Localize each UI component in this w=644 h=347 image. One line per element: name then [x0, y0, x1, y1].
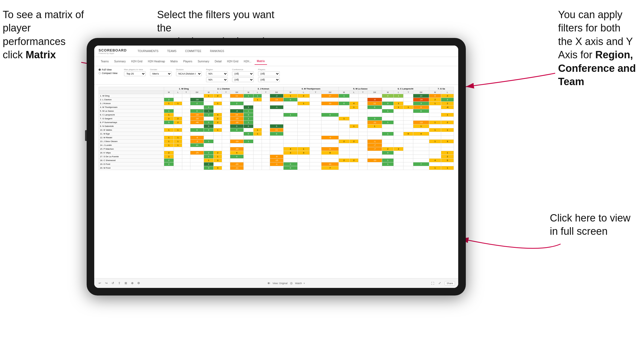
- row-label-16: 16. K Vilips: [99, 151, 164, 155]
- sub-l6: L: [393, 91, 403, 94]
- tab-teams[interactable]: Teams: [99, 58, 111, 65]
- share-button[interactable]: Share: [445, 281, 455, 285]
- tab-h2h-grid-1[interactable]: H2H Grid: [129, 58, 145, 65]
- sub-l4: L: [298, 91, 310, 94]
- sub-l5: L: [349, 91, 358, 94]
- col-header-3: 3. J Koivun: [243, 87, 283, 91]
- annotation-right-line2: filters for both: [558, 22, 620, 34]
- max-players-select[interactable]: Top 25: [124, 71, 146, 76]
- row-label-1: 1. W Ding: [99, 94, 164, 98]
- expand-icon[interactable]: ⤢: [438, 281, 442, 285]
- undo2-icon[interactable]: ↺: [110, 281, 115, 285]
- annotation-bottom-line1: Click here to view: [550, 212, 630, 224]
- annotation-right-line4-bold: Region,: [595, 49, 633, 60]
- filter-row: Full View Compact View Max players in vi…: [94, 66, 458, 85]
- undo-icon[interactable]: ↩: [97, 281, 102, 285]
- row-label-5: 5. M La Sasso: [99, 109, 164, 113]
- col-header-6: 6. C Lamprecht: [382, 87, 429, 91]
- sub-t4: T: [310, 91, 321, 94]
- col-header-empty: [99, 87, 164, 91]
- tab-h2h-heatmap[interactable]: H2H Heatmap: [146, 58, 167, 65]
- share-icon[interactable]: ⇪: [117, 281, 121, 285]
- sub-w4: W: [283, 91, 298, 94]
- sub-t2: T: [222, 91, 230, 94]
- row-label-15: 15. P Maichon: [99, 147, 164, 151]
- players-select-1[interactable]: (All): [258, 71, 280, 76]
- sub-l1: L: [174, 91, 182, 94]
- filter-players: Players (All) (All): [258, 68, 280, 82]
- table-row: 2. L Clanton 2-16 113 0 -6 -24 22: [99, 98, 454, 102]
- settings-icon[interactable]: ⚙: [136, 281, 141, 285]
- sub-w7: W: [429, 91, 441, 94]
- radio-full-view[interactable]: Full View: [99, 68, 118, 71]
- annotation-right-line3: the X axis and Y: [558, 36, 633, 47]
- nav-committee[interactable]: COMMITTEE: [184, 49, 202, 53]
- row-label-12: 12. M Riedel: [99, 136, 164, 140]
- gender-select[interactable]: Men's: [150, 71, 172, 76]
- watch-icon[interactable]: ◎: [289, 281, 294, 285]
- nav-rankings[interactable]: RANKINGS: [209, 49, 225, 53]
- view-original-icon[interactable]: 👁: [266, 281, 271, 285]
- filter-gender: Gender Men's: [150, 68, 172, 76]
- annotation-line2: player performances: [3, 22, 66, 47]
- division-select[interactable]: NCAA Division I: [176, 71, 202, 76]
- sub-w6: W: [382, 91, 394, 94]
- logo-title: SCOREBOARD: [99, 48, 127, 52]
- gender-label: Gender: [150, 68, 172, 71]
- row-label-8: 8. P Summerhays: [99, 121, 164, 124]
- sub-dif5: Dif: [367, 91, 382, 94]
- sub-dif4: Dif: [321, 91, 339, 94]
- tab-summary-1[interactable]: Summary: [112, 58, 128, 65]
- plus-icon[interactable]: ⊕: [130, 281, 134, 285]
- annotation-bottom-right: Click here to view in full screen: [550, 211, 630, 238]
- filter-division: Division NCAA Division I: [176, 68, 202, 76]
- sub-w5: W: [339, 91, 349, 94]
- app-container: SCOREBOARD Powered by clippd TOURNAMENTS…: [94, 46, 458, 288]
- table-row: 1. W Ding 1211 11-2 1217 1 0113 02: [99, 94, 454, 98]
- tab-detail[interactable]: Detail: [213, 58, 224, 65]
- annotation-top-left: To see a matrix of player performances c…: [3, 8, 89, 62]
- annotation-right-line1: You can apply: [558, 9, 622, 20]
- table-row: 15. P Maichon -19 410 -7 22: [99, 147, 454, 151]
- tablet-side-button: [85, 130, 87, 141]
- radio-dot-compact: [99, 72, 101, 74]
- tab-matrix-active[interactable]: Matrix: [255, 58, 267, 65]
- sub-w1: W: [164, 91, 174, 94]
- radio-compact-view[interactable]: Compact View: [99, 72, 118, 75]
- region-select-2[interactable]: N/A: [206, 77, 228, 82]
- tab-players[interactable]: Players: [181, 58, 194, 65]
- fullscreen-icon[interactable]: ⛶: [431, 281, 435, 285]
- table-row: 14. J Lundin 1110 -7: [99, 143, 454, 147]
- table-row: 3. J Koivun 112 12 113 0411 013 12: [99, 102, 454, 105]
- table-row: 10. B Valdes 110 010 111 11: [99, 128, 454, 132]
- tab-matrix-1[interactable]: Matrix: [168, 58, 180, 65]
- annotation-center-line1: Select the filters you want the: [157, 9, 274, 34]
- region-select[interactable]: N/A: [206, 71, 228, 76]
- top-nav: SCOREBOARD Powered by clippd TOURNAMENTS…: [94, 46, 458, 57]
- annotation-line1: To see a matrix of: [3, 9, 84, 20]
- nav-teams[interactable]: TEAMS: [166, 49, 177, 53]
- col-header-7: 7. G Sa: [429, 87, 454, 91]
- annotation-right-line4-plain: Axis for: [558, 49, 595, 60]
- tab-h2h-more[interactable]: H2H...: [242, 58, 253, 65]
- row-label-14: 14. J Lundin: [99, 143, 164, 147]
- grid-icon[interactable]: ⊞: [123, 281, 128, 285]
- row-label-7: 7. G Sargent: [99, 117, 164, 121]
- sub-t6: T: [404, 91, 413, 94]
- sub-t1: T: [182, 91, 190, 94]
- tab-h2h-grid-2[interactable]: H2H Grid: [225, 58, 240, 65]
- redo-icon[interactable]: ↪: [104, 281, 108, 285]
- sub-dif1: Dif: [190, 91, 204, 94]
- players-label: Players: [258, 68, 280, 71]
- annotation-right-line5: Conference and: [558, 63, 636, 74]
- players-select-2[interactable]: (All): [258, 77, 280, 82]
- row-label-10: 10. B Valdes: [99, 128, 164, 132]
- bottom-toolbar: ↩ ↪ ↺ ⇪ ⊞ ⊕ ⚙ 👁 View: Original ◎ Watch ▾…: [94, 278, 458, 288]
- annotation-line3-bold: Matrix: [25, 49, 56, 60]
- row-label-4: 4. M Thorbjornsen: [99, 105, 164, 109]
- nav-tournaments[interactable]: TOURNAMENTS: [136, 49, 160, 53]
- conference-select-1[interactable]: (All): [232, 71, 254, 76]
- conference-select-2[interactable]: (All): [232, 77, 254, 82]
- tab-summary-2[interactable]: Summary: [196, 58, 212, 65]
- toolbar-left: ↩ ↪ ↺ ⇪ ⊞ ⊕ ⚙: [97, 281, 141, 285]
